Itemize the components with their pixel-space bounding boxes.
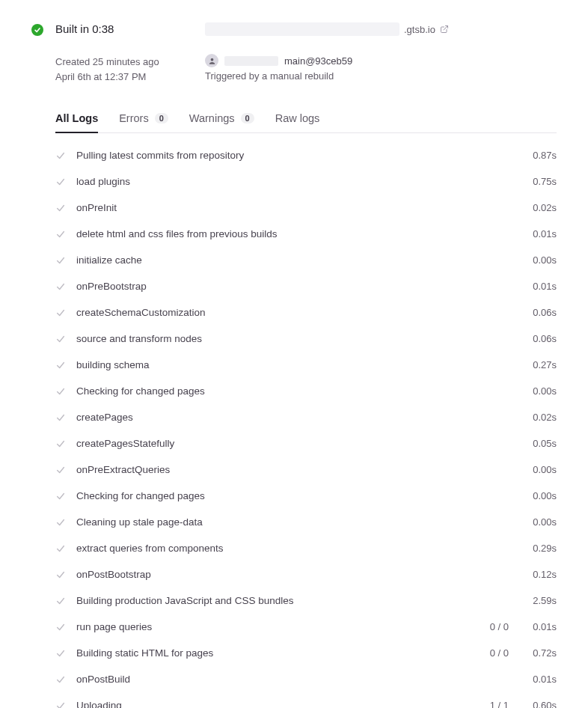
log-row[interactable]: source and transform nodes0.06s (55, 326, 557, 352)
log-label: source and transform nodes (76, 333, 457, 344)
check-icon (55, 570, 66, 580)
log-time: 0.60s (519, 700, 557, 708)
errors-badge: 0 (155, 113, 168, 123)
log-count: 0 / 0 (468, 621, 509, 632)
tab-label: Errors (119, 112, 148, 124)
trigger-text: Triggered by a manual rebuild (205, 70, 557, 82)
check-icon (55, 412, 66, 423)
tab-label: All Logs (55, 112, 98, 124)
log-row[interactable]: onPreExtractQueries0.00s (55, 457, 557, 483)
check-icon (55, 701, 66, 709)
log-row[interactable]: Uploading1 / 10.60s (55, 692, 557, 708)
log-row[interactable]: onPostBuild0.01s (55, 666, 557, 692)
commit-ref[interactable]: main@93ceb59 (284, 55, 352, 67)
check-icon (55, 203, 66, 213)
author-name-redacted (224, 56, 278, 66)
log-row[interactable]: initialize cache0.00s (55, 247, 557, 273)
warnings-badge: 0 (241, 113, 254, 123)
log-time: 0.00s (519, 254, 557, 266)
log-time: 0.06s (519, 333, 557, 344)
log-row[interactable]: Building production JavaScript and CSS b… (55, 588, 557, 614)
svg-line-0 (444, 26, 448, 31)
log-row[interactable]: createSchemaCustomization0.06s (55, 299, 557, 326)
log-time: 0.75s (519, 176, 557, 187)
check-icon (55, 308, 66, 318)
tab-warnings[interactable]: Warnings 0 (189, 105, 254, 133)
status-success-icon (31, 24, 43, 36)
check-icon (55, 491, 66, 501)
deploy-url-redacted (205, 22, 399, 36)
log-row[interactable]: Building static HTML for pages0 / 00.72s (55, 640, 557, 666)
build-timestamp: April 6th at 12:37 PM (55, 70, 190, 85)
log-row[interactable]: Cleaning up stale page-data0.00s (55, 509, 557, 535)
log-time: 0.02s (519, 412, 557, 423)
log-label: Checking for changed pages (76, 490, 457, 501)
log-row[interactable]: delete html and css files from previous … (55, 221, 557, 247)
log-row[interactable]: Checking for changed pages0.00s (55, 378, 557, 404)
check-icon (55, 255, 66, 266)
log-label: Building production JavaScript and CSS b… (76, 595, 457, 606)
log-time: 0.00s (519, 516, 557, 528)
log-time: 0.01s (519, 674, 557, 685)
deploy-url-suffix: .gtsb.io (404, 24, 435, 35)
log-time: 0.01s (519, 281, 557, 292)
deploy-url-row[interactable]: .gtsb.io (205, 22, 557, 36)
log-time: 0.01s (519, 228, 557, 239)
log-list: Pulling latest commits from repository0.… (55, 142, 557, 708)
check-icon (55, 150, 66, 161)
check-icon (55, 622, 66, 632)
log-time: 0.06s (519, 307, 557, 318)
log-row[interactable]: building schema0.27s (55, 352, 557, 378)
log-row[interactable]: onPostBootstrap0.12s (55, 561, 557, 588)
check-icon (55, 674, 66, 685)
log-time: 2.59s (519, 595, 557, 606)
log-row[interactable]: run page queries0 / 00.01s (55, 614, 557, 640)
log-label: onPreExtractQueries (76, 464, 457, 475)
log-label: Cleaning up stale page-data (76, 516, 457, 528)
log-row[interactable]: Checking for changed pages0.00s (55, 483, 557, 509)
log-time: 0.05s (519, 438, 557, 449)
log-label: delete html and css files from previous … (76, 228, 457, 239)
log-time: 0.87s (519, 150, 557, 161)
log-row[interactable]: onPreBootstrap0.01s (55, 273, 557, 299)
log-label: initialize cache (76, 254, 457, 266)
author-avatar (205, 54, 218, 67)
tab-label: Raw logs (275, 112, 320, 124)
log-label: createSchemaCustomization (76, 307, 457, 318)
log-label: Building static HTML for pages (76, 647, 457, 659)
tab-errors[interactable]: Errors 0 (119, 105, 168, 133)
log-time: 0.72s (519, 647, 557, 659)
log-count: 0 / 0 (468, 647, 509, 659)
tab-label: Warnings (189, 112, 235, 124)
build-header: Built in 0:38 Created 25 minutes ago Apr… (31, 22, 557, 84)
check-icon (55, 177, 66, 187)
log-label: building schema (76, 359, 457, 370)
log-row[interactable]: onPreInit0.02s (55, 195, 557, 221)
log-count: 1 / 1 (468, 700, 509, 708)
tab-raw-logs[interactable]: Raw logs (275, 105, 320, 133)
build-title: Built in 0:38 (55, 22, 190, 35)
tab-all-logs[interactable]: All Logs (55, 105, 98, 133)
log-row[interactable]: load plugins0.75s (55, 168, 557, 195)
log-time: 0.29s (519, 543, 557, 554)
log-row[interactable]: createPages0.02s (55, 404, 557, 430)
log-label: createPagesStatefully (76, 438, 457, 449)
log-label: onPreInit (76, 202, 457, 213)
log-label: Checking for changed pages (76, 385, 457, 397)
log-row[interactable]: Pulling latest commits from repository0.… (55, 142, 557, 168)
external-link-icon[interactable] (440, 25, 449, 34)
log-label: onPostBootstrap (76, 569, 457, 580)
log-row[interactable]: createPagesStatefully0.05s (55, 430, 557, 457)
log-tabs: All Logs Errors 0 Warnings 0 Raw logs (55, 105, 557, 133)
log-time: 0.00s (519, 490, 557, 501)
check-icon (55, 386, 66, 397)
check-icon (55, 543, 66, 554)
log-label: Pulling latest commits from repository (76, 150, 457, 161)
check-icon (55, 465, 66, 475)
log-label: createPages (76, 412, 457, 423)
log-time: 0.12s (519, 569, 557, 580)
check-icon (55, 334, 66, 344)
created-ago: Created 25 minutes ago (55, 55, 190, 70)
log-row[interactable]: extract queries from components0.29s (55, 535, 557, 561)
check-icon (55, 596, 66, 606)
